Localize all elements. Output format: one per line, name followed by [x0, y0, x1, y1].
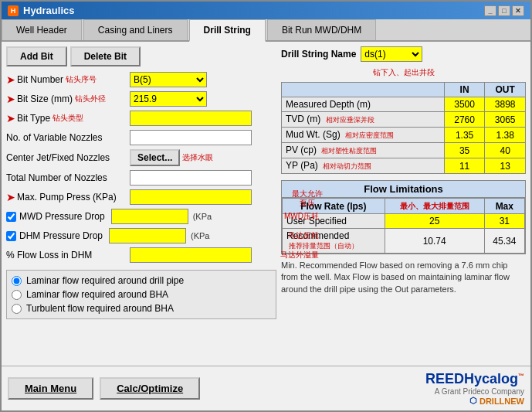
bit-size-select[interactable]: 215.9 — [130, 91, 207, 107]
reed-logo: REEDHycalog™ — [425, 371, 524, 387]
bit-type-row: ➤ Bit Type 钻头类型 PDC — [6, 111, 276, 126]
total-nozzles-row: Total Number of Nozzles 7 — [6, 170, 276, 186]
mud-wt-out[interactable]: 1.38 — [485, 128, 526, 143]
radio-laminar-bha-label: Laminar flow required around BHA — [26, 289, 168, 300]
radio-turbulent-bha-row: Turbulent flow required around BHA — [12, 303, 271, 314]
delete-bit-button[interactable]: Delete Bit — [70, 46, 141, 66]
tab-well-header[interactable]: Well Header — [2, 19, 82, 40]
flow-col-max: Max — [484, 199, 524, 214]
center-jet-label: Center Jet/Fixed Nozzles — [6, 152, 110, 163]
drill-string-select[interactable]: ds(1) — [361, 46, 422, 62]
add-bit-button[interactable]: Add Bit — [6, 46, 67, 66]
arrow-icon: ➤ — [6, 73, 15, 86]
pv-label: PV (cp) 相对塑性粘度范围 — [282, 143, 445, 158]
bit-type-input[interactable]: PDC — [130, 111, 252, 126]
minimize-button[interactable]: _ — [484, 5, 496, 16]
pv-chinese: 相对塑性粘度范围 — [321, 147, 377, 155]
measured-depth-in[interactable]: 3500 — [444, 97, 485, 112]
bit-number-select[interactable]: B(5) — [130, 72, 207, 87]
title-bar: H Hydraulics _ □ ✕ — [2, 2, 530, 19]
window-title: Hydraulics — [23, 5, 74, 16]
max-pump-row: ➤ Max. Pump Press (KPa) 35000 最大允许 泵压 — [6, 189, 276, 205]
radio-laminar-bha-row: Laminar flow required around BHA — [12, 289, 271, 300]
recommended-min: 10.74 — [385, 229, 484, 254]
info-text: Min. Recommended Flow based on removing … — [281, 260, 526, 295]
pv-out[interactable]: 40 — [485, 143, 526, 158]
table-row: Measured Depth (m) 3500 3898 — [282, 97, 526, 112]
window-controls: _ □ ✕ — [484, 5, 524, 16]
yp-out[interactable]: 13 — [485, 158, 526, 174]
max-pump-input[interactable]: 35000 — [130, 189, 252, 205]
variable-nozzles-row: No. of Variable Nozzles 0 — [6, 130, 276, 145]
tvd-chinese: 相对应垂深并段 — [326, 116, 374, 124]
dhm-label: DHM Pressure Drop — [19, 230, 103, 241]
logo-area: REEDHycalog™ A Grant Prideco Company ⬡ D… — [425, 371, 524, 406]
radio-section: Laminar flow required around drill pipe … — [6, 270, 276, 319]
dhm-input[interactable]: 2500 — [109, 228, 186, 243]
in-out-table: IN OUT Measured Depth (m) 3500 3898 TVD … — [281, 82, 526, 174]
table-row: Mud Wt. (Sg) 相对应密度范围 1.35 1.38 — [282, 128, 526, 143]
flow-loss-row: % Flow Loss in DHM 5 马达外溢量 — [6, 247, 276, 263]
tab-casing-liners[interactable]: Casing and Liners — [83, 19, 188, 40]
max-pump-chinese2: 泵压 — [300, 199, 315, 207]
max-pump-chinese1: 最大允许 — [292, 189, 323, 198]
dhm-checkbox[interactable] — [6, 231, 16, 241]
center-jet-row: Center Jet/Fixed Nozzles Select... 选择水眼 — [6, 149, 276, 166]
max-pump-label: Max. Pump Press (KPa) — [17, 192, 117, 203]
user-specified-max[interactable]: 31 — [484, 214, 524, 229]
dhm-unit: (KPa — [191, 231, 209, 240]
flow-loss-chinese: 马达外溢量 — [280, 250, 319, 260]
tab-bar: Well Header Casing and Liners Drill Stri… — [2, 19, 530, 42]
tab-bit-run[interactable]: Bit Run MWD/DHM — [267, 19, 376, 40]
bit-size-row: ➤ Bit Size (mm) 钻头外径 215.9 — [6, 91, 276, 107]
radio-turbulent-bha[interactable] — [12, 304, 22, 314]
mwd-unit: (KPa — [193, 212, 212, 221]
arrow-icon-4: ➤ — [6, 191, 15, 203]
total-nozzles-input[interactable]: 7 — [130, 170, 252, 186]
tvd-out[interactable]: 3065 — [485, 112, 526, 128]
flow-loss-input[interactable]: 5 — [130, 247, 252, 263]
drill-string-label: Drill String Name — [281, 49, 356, 60]
radio-laminar-pipe-row: Laminar flow required around drill pipe — [12, 275, 271, 286]
main-menu-button[interactable]: Main Menu — [8, 377, 93, 400]
mud-wt-in[interactable]: 1.35 — [444, 128, 485, 143]
tab-drill-string[interactable]: Drill String — [189, 19, 266, 42]
left-panel: Add Bit Delete Bit ➤ Bit Number 钻头序号 B(5… — [6, 46, 276, 361]
mwd-label: MWD Pressure Drop — [19, 211, 105, 222]
radio-laminar-pipe-label: Laminar flow required around drill pipe — [26, 275, 184, 286]
radio-laminar-bha[interactable] — [12, 290, 22, 300]
measured-depth-out[interactable]: 3898 — [485, 97, 526, 112]
arrow-icon-2: ➤ — [6, 93, 15, 105]
tvd-label: TVD (m) 相对应垂深并段 — [282, 112, 445, 128]
mwd-checkbox[interactable] — [6, 212, 16, 222]
flow-col-min: 最小、最大排量范围 — [385, 199, 484, 214]
bit-number-row: ➤ Bit Number 钻头序号 B(5) — [6, 72, 276, 87]
main-window: H Hydraulics _ □ ✕ Well Header Casing an… — [0, 0, 532, 412]
radio-turbulent-bha-label: Turbulent flow required around BHA — [26, 303, 174, 314]
variable-nozzles-input[interactable]: 0 — [130, 130, 252, 145]
yp-in[interactable]: 11 — [444, 158, 485, 174]
calc-optimize-button[interactable]: Calc/Optimize — [100, 377, 200, 400]
yp-label: YP (Pa) 相对动切力范围 — [282, 158, 445, 174]
mud-wt-chinese: 相对应密度范围 — [345, 131, 394, 139]
mwd-input[interactable]: 1500 — [111, 209, 188, 224]
dhm-chinese: 马达压耗 — [288, 230, 319, 241]
table-row: PV (cp) 相对塑性粘度范围 35 40 — [282, 143, 526, 158]
bit-type-label: Bit Type — [17, 113, 50, 124]
yp-chinese: 相对动切力范围 — [323, 162, 371, 170]
variable-nozzles-label: No. of Variable Nozzles — [6, 132, 103, 143]
close-button[interactable]: ✕ — [512, 5, 524, 16]
recommended-max: 45.34 — [484, 229, 524, 254]
bit-number-chinese: 钻头序号 — [66, 74, 97, 85]
center-jet-button[interactable]: Select... — [130, 149, 180, 166]
measured-depth-label: Measured Depth (m) — [282, 97, 445, 112]
col-header-in: IN — [444, 83, 485, 97]
radio-laminar-pipe[interactable] — [12, 276, 22, 286]
mud-wt-label: Mud Wt. (Sg) 相对应密度范围 — [282, 128, 445, 143]
tvd-in[interactable]: 2760 — [444, 112, 485, 128]
col-header-empty — [282, 83, 445, 97]
maximize-button[interactable]: □ — [498, 5, 510, 16]
pv-in[interactable]: 35 — [444, 143, 485, 158]
bit-number-label: Bit Number — [17, 74, 63, 85]
user-specified-min[interactable]: 25 — [385, 214, 484, 229]
